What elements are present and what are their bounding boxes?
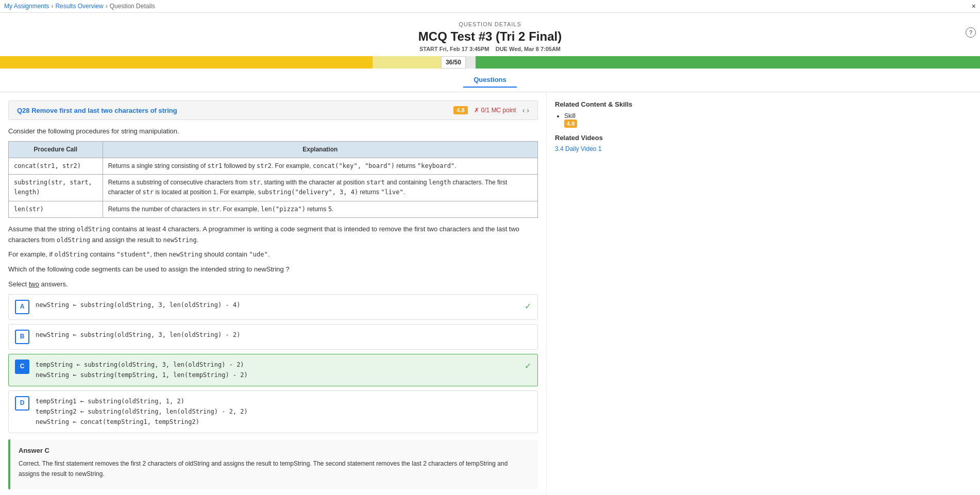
table-row: substring(str, start, length) Returns a … [9, 175, 538, 201]
breadcrumb-sep1: › [51, 3, 53, 10]
option-label-d: D [15, 396, 29, 411]
breadcrumb-assignments[interactable]: My Assignments [4, 3, 49, 10]
option-code-b: newString ← substring(oldString, 3, len(… [36, 330, 240, 340]
start-date: Fri, Feb 17 3:45PM [440, 46, 489, 52]
score-info: ✗ 0/1 MC point [474, 107, 516, 114]
question-prompt: Which of the following code segments can… [8, 264, 538, 275]
example-text: For example, if oldString contains "stud… [8, 249, 538, 260]
answer-option-d[interactable]: D tempString1 ← substring(oldString, 1, … [8, 390, 538, 433]
question-body: Consider the following procedures for st… [8, 126, 538, 489]
page-header: QUESTION DETAILS MCQ Test #3 (Tri 2 Fina… [0, 13, 980, 56]
next-question-button[interactable]: › [527, 106, 529, 114]
nav-arrows[interactable]: ‹ › [522, 106, 529, 114]
table-row: concat(str1, str2) Returns a single stri… [9, 158, 538, 174]
option-code-a: newString ← substring(oldString, 3, len(… [36, 300, 240, 310]
start-label: START [419, 46, 438, 52]
breadcrumb-sep2: › [106, 3, 108, 10]
option-label-c: C [15, 360, 29, 374]
progress-green [476, 56, 980, 69]
due-date: Wed, Mar 8 7:05AM [509, 46, 561, 52]
skill-section-label: Skill [564, 112, 576, 120]
intro-text: Consider the following procedures for st… [8, 126, 538, 137]
sidebar: Related Content & Skills Skill 4.8 Relat… [546, 92, 670, 495]
x-icon: ✗ [474, 107, 479, 114]
option-code-d: tempString1 ← substring(oldString, 1, 2)… [36, 396, 248, 428]
sidebar-skill-badge: 4.8 [564, 120, 577, 128]
answer-explanation: Correct. The first statement removes the… [19, 459, 530, 479]
question-title: Q28 Remove first and last two characters… [17, 107, 177, 114]
question-right-controls: 4.8 ✗ 0/1 MC point ‹ › [453, 106, 529, 114]
prev-question-button[interactable]: ‹ [522, 106, 525, 114]
option-label-b: B [15, 330, 29, 344]
score-label: 0/1 MC point [481, 107, 516, 114]
table-row: len(str) Returns the number of character… [9, 201, 538, 217]
answer-option-c[interactable]: C tempString ← substring(oldString, 3, l… [8, 354, 538, 386]
score-badge: 36/50 [441, 56, 466, 69]
related-content-title: Related Content & Skills [555, 100, 662, 108]
answer-option-b[interactable]: B newString ← substring(oldString, 3, le… [8, 324, 538, 350]
progress-bar: 36/50 [0, 56, 980, 69]
due-label: DUE [496, 46, 508, 52]
question-header: Q28 Remove first and last two characters… [8, 100, 538, 120]
dates-row: START Fri, Feb 17 3:45PM DUE Wed, Mar 8 … [0, 46, 980, 52]
related-videos-title: Related Videos [555, 134, 662, 142]
breadcrumb: My Assignments › Results Overview › Ques… [4, 3, 155, 10]
close-button[interactable]: × [972, 2, 976, 10]
topbar: My Assignments › Results Overview › Ques… [0, 0, 980, 13]
col-header-explanation: Explanation [103, 141, 537, 158]
breadcrumb-current: Question Details [110, 3, 155, 10]
procedure-table: Procedure Call Explanation concat(str1, … [8, 141, 538, 218]
progress-light [373, 56, 441, 69]
proc-exp-1: Returns a substring of consecutive chara… [103, 175, 537, 201]
breadcrumb-results[interactable]: Results Overview [55, 3, 103, 10]
main-content: Q28 Remove first and last two characters… [0, 92, 980, 495]
check-mark-a: ✓ [525, 300, 531, 313]
help-button[interactable]: ? [966, 27, 976, 38]
video-link[interactable]: 3.4 Daily Video 1 [555, 145, 602, 152]
proc-call-0: concat(str1, str2) [9, 158, 103, 174]
select-label: Select two answers. [8, 279, 538, 290]
answer-box: Answer C Correct. The first statement re… [8, 439, 538, 489]
proc-call-2: len(str) [9, 201, 103, 217]
proc-exp-0: Returns a single string consisting of st… [103, 158, 537, 174]
answer-label: Answer C [19, 446, 530, 456]
progress-gap [466, 56, 476, 69]
progress-yellow [0, 56, 373, 69]
page-title: MCQ Test #3 (Tri 2 Final) [0, 29, 980, 44]
proc-exp-2: Returns the number of characters in str.… [103, 201, 537, 217]
tabs-row: Questions [0, 69, 980, 92]
option-code-c: tempString ← substring(oldString, 3, len… [36, 360, 248, 381]
check-mark-c: ✓ [525, 360, 531, 373]
problem-text: Assume that the string oldString contain… [8, 224, 538, 246]
section-label: QUESTION DETAILS [0, 21, 980, 27]
answer-option-a[interactable]: A newString ← substring(oldString, 3, le… [8, 294, 538, 320]
skill-list: Skill 4.8 [555, 112, 662, 128]
option-label-a: A [15, 300, 29, 314]
tab-questions[interactable]: Questions [463, 73, 517, 88]
proc-call-1: substring(str, start, length) [9, 175, 103, 201]
question-area: Q28 Remove first and last two characters… [0, 92, 546, 495]
skill-badge: 4.8 [453, 106, 467, 114]
col-header-procedure: Procedure Call [9, 141, 103, 158]
skill-list-item: Skill 4.8 [564, 112, 662, 128]
